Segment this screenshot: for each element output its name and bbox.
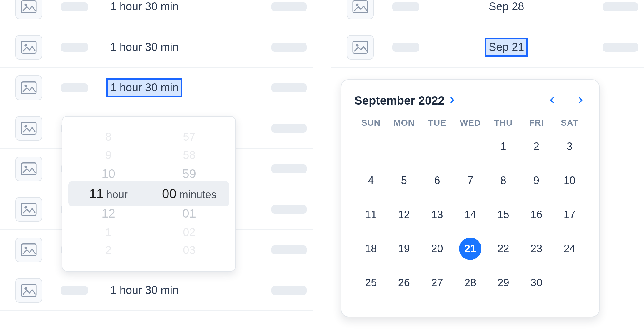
weekday-header: MON	[388, 118, 421, 128]
skeleton-text	[392, 2, 419, 11]
date-value: Sep 28	[486, 0, 527, 16]
weekday-header: FRI	[520, 118, 553, 128]
picker-item[interactable]: 00minutes	[162, 186, 216, 202]
skeleton-text	[61, 83, 88, 92]
thumbnail[interactable]	[15, 197, 42, 222]
picker-item[interactable]: 1	[105, 226, 111, 239]
duration-cell[interactable]: 1 hour 30 min	[107, 79, 181, 97]
calendar-day[interactable]: 21	[454, 238, 487, 260]
svg-rect-8	[21, 163, 36, 175]
duration-cell[interactable]: 1 hour 30 min	[107, 282, 181, 299]
calendar-day[interactable]: 28	[454, 272, 487, 294]
calendar-day[interactable]: 6	[421, 169, 454, 192]
calendar-day[interactable]: 16	[520, 204, 553, 226]
calendar-day[interactable]: 14	[454, 204, 487, 226]
picker-item[interactable]: 10	[101, 166, 115, 181]
thumbnail[interactable]	[15, 0, 42, 19]
picker-hours-column[interactable]: 891011hour1212	[69, 122, 147, 266]
table-row: 1 hour 30 min	[0, 0, 313, 27]
calendar-day[interactable]: 17	[553, 204, 586, 226]
duration-panel: 1 hour 30 min 1 hour 30 min 1 hour 30 mi…	[0, 0, 313, 333]
duration-cell[interactable]: 1 hour 30 min	[107, 38, 181, 56]
svg-rect-6	[21, 122, 36, 134]
calendar-day[interactable]: 19	[388, 238, 421, 260]
calendar-day[interactable]: 3	[553, 135, 586, 158]
picker-item[interactable]: 11hour	[89, 186, 128, 202]
svg-point-17	[356, 4, 358, 6]
picker-item[interactable]: 02	[183, 226, 195, 239]
picker-item[interactable]: 12	[101, 206, 115, 221]
next-month-button[interactable]	[575, 93, 586, 108]
picker-item[interactable]: 2	[105, 244, 111, 257]
svg-point-5	[24, 85, 27, 87]
skeleton-text	[271, 205, 307, 214]
calendar-day[interactable]: 20	[421, 238, 454, 260]
thumbnail[interactable]	[15, 116, 42, 141]
date-cell[interactable]: Sep 21	[486, 38, 527, 56]
calendar-day[interactable]: 2	[520, 135, 553, 158]
thumbnail[interactable]	[15, 238, 42, 262]
picker-item[interactable]: 57	[183, 130, 195, 144]
calendar-day[interactable]: 30	[520, 272, 553, 294]
calendar-day[interactable]: 8	[487, 169, 520, 192]
prev-month-button[interactable]	[547, 93, 558, 108]
image-icon	[21, 284, 37, 297]
calendar-day[interactable]: 15	[487, 204, 520, 226]
thumbnail[interactable]	[15, 278, 42, 303]
duration-value: 1 hour 30 min	[107, 0, 181, 16]
calendar-day[interactable]: 22	[487, 238, 520, 260]
duration-picker[interactable]: 891011hour1212 57585900minutes010203	[62, 116, 236, 272]
calendar-empty-cell	[354, 135, 388, 158]
thumbnail[interactable]	[347, 0, 374, 19]
skeleton-text	[392, 43, 419, 52]
thumbnail[interactable]	[15, 157, 42, 181]
picker-item[interactable]: 03	[183, 244, 195, 257]
picker-minutes-column[interactable]: 57585900minutes010203	[150, 122, 228, 266]
table-row: 1 hour 30 min	[0, 68, 313, 108]
picker-item[interactable]: 59	[182, 166, 196, 181]
picker-item[interactable]: 9	[105, 149, 111, 162]
calendar-day[interactable]: 18	[354, 238, 388, 260]
picker-item[interactable]: 01	[182, 206, 196, 221]
calendar-day[interactable]: 29	[487, 272, 520, 294]
calendar-day[interactable]: 26	[388, 272, 421, 294]
calendar-day[interactable]: 5	[388, 169, 421, 192]
thumbnail[interactable]	[347, 35, 374, 60]
calendar-month-selector[interactable]: September 2022	[354, 94, 456, 107]
calendar-day[interactable]: 1	[487, 135, 520, 158]
calendar-day[interactable]: 23	[520, 238, 553, 260]
calendar-day[interactable]: 13	[421, 204, 454, 226]
svg-point-15	[24, 287, 27, 290]
calendar-day[interactable]: 4	[354, 169, 388, 192]
calendar-day[interactable]: 7	[454, 169, 487, 192]
calendar-day[interactable]: 24	[553, 238, 586, 260]
weekday-header: THU	[487, 118, 520, 128]
svg-point-1	[24, 4, 27, 6]
calendar-day[interactable]: 12	[388, 204, 421, 226]
duration-value: 1 hour 30 min	[107, 79, 181, 97]
picker-item[interactable]: 58	[183, 149, 195, 162]
svg-point-3	[24, 44, 27, 47]
date-cell[interactable]: Sep 28	[486, 0, 527, 16]
panel-divider	[313, 0, 331, 333]
image-icon	[21, 162, 37, 176]
calendar-empty-cell	[454, 135, 487, 158]
thumbnail[interactable]	[15, 75, 42, 100]
calendar-day[interactable]: 25	[354, 272, 388, 294]
svg-point-19	[356, 44, 358, 47]
calendar-day[interactable]: 10	[553, 169, 586, 192]
picker-item[interactable]: 8	[105, 130, 111, 144]
duration-value: 1 hour 30 min	[107, 38, 181, 56]
skeleton-text	[61, 43, 88, 52]
thumbnail[interactable]	[15, 35, 42, 60]
svg-rect-10	[21, 204, 36, 216]
table-row: Sep 28	[331, 0, 644, 27]
duration-cell[interactable]: 1 hour 30 min	[107, 0, 181, 16]
svg-rect-2	[21, 41, 36, 53]
calendar-day[interactable]: 27	[421, 272, 454, 294]
calendar-day[interactable]: 11	[354, 204, 388, 226]
calendar-day[interactable]: 9	[520, 169, 553, 192]
image-icon	[352, 0, 368, 14]
weekday-header: TUE	[421, 118, 454, 128]
chevron-right-icon	[448, 95, 456, 107]
